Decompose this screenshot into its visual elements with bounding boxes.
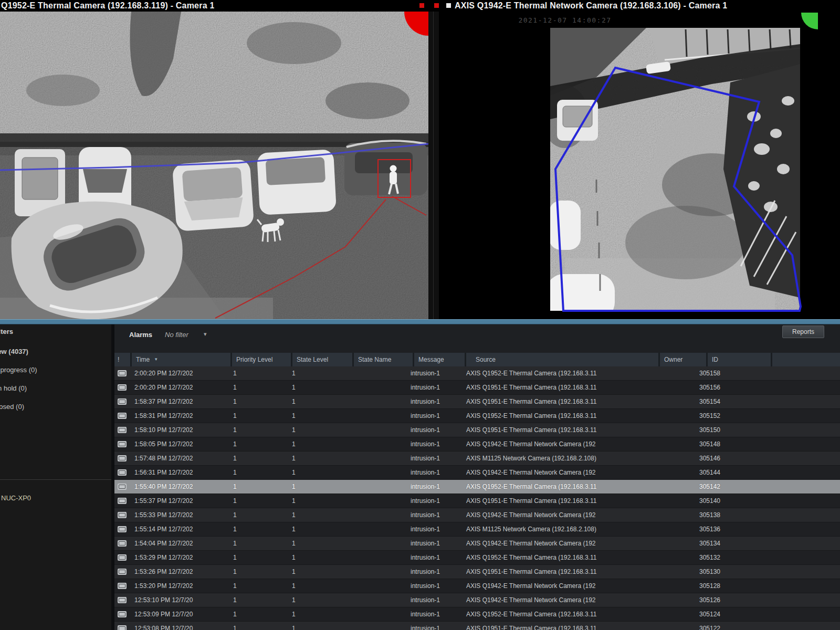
reports-button[interactable]: Reports — [782, 326, 824, 338]
alarm-row[interactable]: 2:00:20 PM 12/7/202 1 1 intrusion-1 AXIS… — [114, 366, 840, 381]
alarm-row[interactable]: 1:55:40 PM 12/7/202 1 1 intrusion-1 AXIS… — [114, 480, 840, 494]
alarm-filter-dropdown[interactable]: No filter — [165, 331, 188, 339]
alarm-time: 1:58:37 PM 12/7/202 — [130, 395, 229, 409]
alarm-snapshot-icon — [118, 597, 127, 603]
alarms-panel-title: Alarms — [129, 331, 152, 339]
sort-desc-icon: ▼ — [154, 357, 158, 362]
alarm-row[interactable]: 1:53:26 PM 12/7/202 1 1 intrusion-1 AXIS… — [114, 565, 840, 579]
alarm-id: 305124 — [695, 607, 758, 622]
alarm-snapshot-icon — [118, 611, 127, 617]
alarm-id: 305138 — [695, 508, 758, 522]
alarm-indicator-icon — [434, 3, 439, 8]
alarm-row[interactable]: 1:58:37 PM 12/7/202 1 1 intrusion-1 AXIS… — [114, 395, 840, 409]
alarm-snapshot-icon — [118, 469, 127, 476]
alarm-time: 12:53:10 PM 12/7/20 — [130, 593, 229, 607]
alarm-row[interactable]: 12:53:09 PM 12/7/20 1 1 intrusion-1 AXIS… — [114, 607, 840, 622]
alarm-snapshot-icon — [118, 484, 127, 490]
alarm-snapshot-icon — [118, 455, 127, 461]
quick-filter-item[interactable]: Closed (0) — [0, 397, 111, 416]
quick-filter-item[interactable]: On hold (0) — [0, 379, 111, 397]
column-header-owner[interactable]: Owner — [660, 353, 706, 366]
server-item[interactable]: NUC-XP0 — [1, 490, 111, 506]
alarm-row[interactable]: 1:58:10 PM 12/7/202 1 1 intrusion-1 AXIS… — [114, 423, 840, 437]
column-header-state-level[interactable]: State Level — [292, 353, 352, 366]
alarm-snapshot-icon — [118, 583, 127, 589]
alarm-id: 305156 — [695, 381, 758, 395]
alarm-source: AXIS Q1951-E Thermal Camera (192.168.3.1… — [457, 494, 649, 508]
alarm-row[interactable]: 2:00:20 PM 12/7/202 1 1 intrusion-1 AXIS… — [114, 381, 840, 395]
alarm-row[interactable]: 1:55:37 PM 12/7/202 1 1 intrusion-1 AXIS… — [114, 494, 840, 508]
sidebar-divider — [0, 479, 111, 480]
alarm-message: intrusion-1 — [406, 607, 457, 622]
alarm-id: 305154 — [695, 395, 758, 409]
alarm-id: 305150 — [695, 423, 758, 437]
alarm-state-level: 1 — [288, 395, 348, 409]
alarm-snapshot-icon — [118, 370, 127, 376]
alarm-message: intrusion-1 — [406, 480, 457, 494]
column-header-state-name[interactable]: State Name — [354, 353, 413, 366]
alarm-time: 1:53:26 PM 12/7/202 — [130, 565, 229, 579]
chevron-down-icon[interactable]: ▾ — [204, 331, 207, 338]
alarm-priority-level: 1 — [229, 622, 288, 630]
servers-list: NUC-XP0 — [0, 490, 111, 506]
alarm-time: 2:00:20 PM 12/7/202 — [130, 381, 229, 395]
alarm-row[interactable]: 1:57:48 PM 12/7/202 1 1 intrusion-1 AXIS… — [114, 452, 840, 466]
alarm-row[interactable]: 1:58:05 PM 12/7/202 1 1 intrusion-1 AXIS… — [114, 437, 840, 452]
alarm-state-level: 1 — [288, 423, 348, 437]
column-header-time[interactable]: Time▼ — [132, 353, 230, 366]
alarm-state-level: 1 — [288, 409, 348, 423]
alarm-source: AXIS Q1951-E Thermal Camera (192.168.3.1… — [457, 565, 649, 579]
alarm-source: AXIS Q1942-E Thermal Network Camera (192 — [457, 466, 649, 480]
alarm-row[interactable]: 1:54:04 PM 12/7/202 1 1 intrusion-1 AXIS… — [114, 537, 840, 551]
alarm-row[interactable]: 12:53:08 PM 12/7/20 1 1 intrusion-1 AXIS… — [114, 622, 840, 630]
column-header-source[interactable]: Source — [466, 353, 658, 366]
alarm-indicator-icon — [419, 3, 424, 8]
alarm-state-level: 1 — [288, 593, 348, 607]
alarm-snapshot-icon — [118, 625, 127, 630]
quick-filter-item[interactable]: In progress (0) — [0, 361, 111, 379]
column-header-flag[interactable]: ! — [114, 353, 130, 366]
left-camera-view[interactable] — [0, 12, 428, 319]
alarm-row[interactable]: 1:58:31 PM 12/7/202 1 1 intrusion-1 AXIS… — [114, 409, 840, 423]
alarm-row[interactable]: 12:53:10 PM 12/7/20 1 1 intrusion-1 AXIS… — [114, 593, 840, 607]
alarm-priority-level: 1 — [229, 551, 288, 565]
alarm-message: intrusion-1 — [406, 579, 457, 593]
alarm-row[interactable]: 1:53:20 PM 12/7/202 1 1 intrusion-1 AXIS… — [114, 579, 840, 593]
alarm-message: intrusion-1 — [406, 522, 457, 537]
alarm-time: 1:55:37 PM 12/7/202 — [130, 494, 229, 508]
right-camera-view[interactable]: 2021-12-07 14:00:27 — [439, 12, 840, 319]
alarm-state-level: 1 — [288, 579, 348, 593]
alarm-snapshot-icon — [118, 398, 127, 405]
vms-smart-client: { "cameras": { "left": { "title": "Q1952… — [0, 0, 840, 630]
alarm-time: 1:58:05 PM 12/7/202 — [130, 437, 229, 452]
alarm-source: AXIS Q1951-E Thermal Camera (192.168.3.1… — [457, 622, 649, 630]
alarm-message: intrusion-1 — [406, 508, 457, 522]
column-header-id[interactable]: ID — [708, 353, 771, 366]
alarm-snapshot-icon — [118, 427, 127, 433]
alarm-source: AXIS M1125 Network Camera (192.168.2.108… — [457, 452, 649, 466]
alarm-source: AXIS Q1952-E Thermal Camera (192.168.3.1… — [457, 366, 649, 381]
alarm-priority-level: 1 — [229, 480, 288, 494]
alarm-priority-level: 1 — [229, 522, 288, 537]
alarm-time: 1:53:20 PM 12/7/202 — [130, 579, 229, 593]
alarm-message: intrusion-1 — [406, 565, 457, 579]
column-header-priority[interactable]: Priority Level — [232, 353, 291, 366]
alarm-id: 305152 — [695, 409, 758, 423]
alarm-id: 305128 — [695, 579, 758, 593]
quick-filter-item[interactable]: New (4037) — [0, 342, 111, 361]
alarm-message: intrusion-1 — [406, 395, 457, 409]
alarm-time: 1:57:48 PM 12/7/202 — [130, 452, 229, 466]
alarm-message: intrusion-1 — [406, 494, 457, 508]
alarm-row[interactable]: 1:56:31 PM 12/7/202 1 1 intrusion-1 AXIS… — [114, 466, 840, 480]
alarm-state-level: 1 — [288, 437, 348, 452]
alarm-time: 1:55:14 PM 12/7/202 — [130, 522, 229, 537]
alarm-message: intrusion-1 — [406, 409, 457, 423]
alarm-table: ! Time▼ Priority Level State Level State… — [114, 353, 840, 630]
alarm-source: AXIS Q1942-E Thermal Network Camera (192 — [457, 579, 649, 593]
alarm-row[interactable]: 1:55:14 PM 12/7/202 1 1 intrusion-1 AXIS… — [114, 522, 840, 537]
column-header-message[interactable]: Message — [414, 353, 465, 366]
alarm-row[interactable]: 1:53:29 PM 12/7/202 1 1 intrusion-1 AXIS… — [114, 551, 840, 565]
panel-splitter[interactable] — [0, 319, 840, 324]
alarm-priority-level: 1 — [229, 508, 288, 522]
alarm-row[interactable]: 1:55:33 PM 12/7/202 1 1 intrusion-1 AXIS… — [114, 508, 840, 522]
